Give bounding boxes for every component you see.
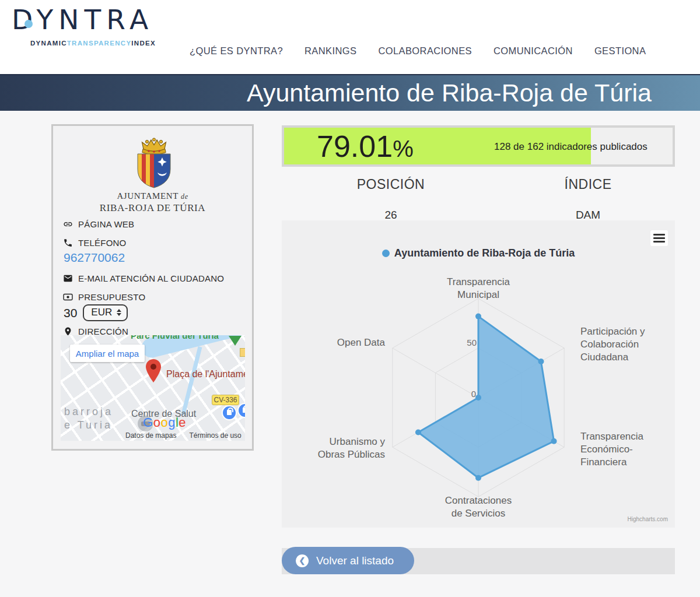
tagline-transparency: TRANSPARENCY: [67, 40, 132, 47]
indicators-published-note: 128 de 162 indicadores publicados: [494, 141, 648, 153]
page-title: Ayuntamiento de Riba-Roja de Túria: [247, 75, 652, 110]
radar-chart-panel: Ayuntamiento de Riba-Roja de Túria Trans…: [282, 220, 675, 528]
email-row[interactable]: E-MAIL ATENCIÓN AL CIUDADANO: [63, 273, 224, 283]
logo-tagline: DYNAMICTRANSPARENCYINDEX: [30, 40, 156, 47]
phone-number-link[interactable]: 962770062: [64, 251, 125, 265]
entity-profile-card: AJUNTAMENT de RIBA-ROJA DE TÚRIA PÁGINA …: [51, 124, 254, 451]
nav-colaboraciones[interactable]: COLABORACIONES: [378, 45, 472, 57]
axis-label-participacion: Participación yColaboraciónCiudadana: [580, 325, 645, 364]
radar-plot: [282, 220, 675, 528]
nav-que-es-dyntra[interactable]: ¿QUÉ ES DYNTRA?: [190, 45, 283, 57]
shop-marker-icon[interactable]: [237, 403, 245, 418]
google-logo[interactable]: Google: [143, 415, 186, 430]
dyntra-logo[interactable]: DYNTRA DYNAMICTRANSPARENCYINDEX: [12, 2, 153, 37]
park-marker-icon[interactable]: [229, 336, 242, 346]
road-badge-partial: [240, 348, 245, 357]
axis-label-economico-financiera: TransparenciaEconómico-Financiera: [580, 430, 643, 469]
spinner-arrows-icon: [117, 309, 121, 316]
currency-selected: EUR: [91, 307, 112, 318]
map-data-link[interactable]: Datos de mapas: [125, 431, 176, 440]
shop-marker-icon[interactable]: [222, 405, 237, 420]
city-label: barroja e Turia: [64, 405, 113, 432]
axis-label-contrataciones: Contratacionesde Servicios: [414, 494, 542, 520]
expand-map-button[interactable]: Ampliar el mapa: [70, 345, 145, 362]
nav-rankings[interactable]: RANKINGS: [304, 45, 356, 57]
currency-select[interactable]: EUR: [83, 304, 128, 321]
budget-label: PRESUPUESTO: [78, 292, 145, 302]
website-row[interactable]: PÁGINA WEB: [63, 219, 134, 229]
main-nav: ¿QUÉ ES DYNTRA? RANKINGS COLABORACIONES …: [190, 45, 646, 57]
radar-series: [415, 314, 557, 481]
axis-label-open-data: Open Data: [303, 336, 385, 349]
phone-icon: [63, 238, 73, 248]
axis-label-urbanismo: Urbanismo yObras Públicas: [303, 436, 385, 461]
google-map[interactable]: Parc Fluvial del Túria Ampliar el mapa P…: [61, 335, 245, 441]
budget-row: PRESUPUESTO: [63, 292, 145, 302]
tagline-index: INDEX: [131, 40, 156, 47]
website-label: PÁGINA WEB: [78, 219, 134, 229]
back-arrow-icon: ❮: [296, 554, 309, 567]
position-value: 26: [303, 209, 478, 222]
back-to-list-button[interactable]: ❮ Volver al listado: [282, 547, 414, 574]
ytick-0: 0: [453, 389, 476, 399]
location-pin-icon[interactable]: [144, 359, 163, 383]
map-footer-links: Datos de mapas Términos de uso: [61, 431, 245, 440]
position-label: POSICIÓN: [303, 177, 478, 192]
index-value: DAM: [501, 209, 676, 222]
park-label: Parc Fluvial del Túria: [131, 335, 219, 340]
envelope-icon: [63, 273, 73, 283]
logo-accent-dot: [24, 20, 33, 28]
map-terms-link[interactable]: Términos de uso: [189, 431, 241, 440]
phone-label: TELÉFONO: [78, 238, 126, 248]
banknote-icon: [63, 292, 73, 302]
place-label[interactable]: Plaça de l'Ajuntame: [166, 369, 245, 380]
phone-row: TELÉFONO: [63, 238, 126, 248]
nav-comunicacion[interactable]: COMUNICACIÓN: [494, 45, 573, 57]
entity-name-caption: AJUNTAMENT de RIBA-ROJA DE TÚRIA: [53, 191, 252, 214]
link-icon: [63, 219, 73, 229]
entity-banner: Ayuntamiento de Riba-Roja de Túria: [0, 74, 700, 111]
budget-line: 30 EUR: [64, 304, 128, 321]
highcharts-credit[interactable]: Highcharts.com: [628, 516, 668, 522]
coat-of-arms: [136, 138, 172, 191]
email-label: E-MAIL ATENCIÓN AL CIUDADANO: [78, 273, 224, 283]
tagline-dynamic: DYNAMIC: [30, 40, 67, 47]
logo-wordmark: DYNTRA: [12, 2, 153, 37]
budget-value: 30: [64, 306, 77, 320]
index-label: ÍNDICE: [501, 177, 676, 192]
score-progress-bar: 79.01% 128 de 162 indicadores publicados: [282, 125, 675, 167]
nav-gestiona[interactable]: GESTIONA: [594, 45, 646, 57]
ytick-50: 50: [453, 338, 477, 347]
map-stream: [181, 346, 202, 415]
top-header: DYNTRA DYNAMICTRANSPARENCYINDEX ¿QUÉ ES …: [0, 0, 700, 74]
axis-label-transparencia-municipal: TransparenciaMunicipal: [414, 276, 542, 301]
score-percent: 79.01%: [317, 129, 414, 164]
road-badge-cv336: CV-336: [212, 395, 239, 405]
